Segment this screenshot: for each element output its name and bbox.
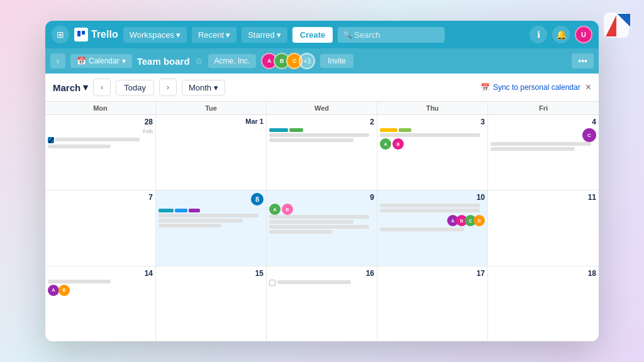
header-mon: Mon: [45, 102, 156, 114]
board-toolbar: ‹ 📅 Calendar ▾ Team board ☆ Acme, Inc. A…: [45, 48, 599, 74]
sidebar-chevron-icon: ‹: [57, 57, 59, 65]
today-label: Today: [124, 83, 146, 92]
app-window: ⊞ Trello Workspaces ▾ Recent ▾: [45, 21, 599, 341]
cell-11[interactable]: 11: [488, 190, 599, 265]
sync-label: Sync to personal calendar: [493, 83, 580, 92]
day-number: 14: [48, 269, 153, 278]
today-button[interactable]: Today: [116, 80, 154, 96]
mini-avatar: A: [269, 204, 280, 215]
day-number: 3: [380, 118, 485, 126]
tag-green: [289, 128, 303, 132]
mini-avatar: A: [380, 138, 391, 150]
prev-month-button[interactable]: ‹: [93, 79, 111, 96]
recent-chevron: ▾: [226, 30, 230, 40]
color-tags: [158, 209, 264, 212]
starred-chevron: ▾: [277, 30, 281, 40]
card-text: [491, 147, 575, 151]
card-text: [380, 204, 480, 207]
more-members-badge[interactable]: +3: [299, 53, 315, 69]
header-fri: Fri: [488, 102, 599, 114]
cell-mar4[interactable]: 4 C: [488, 115, 599, 190]
day-number: 11: [491, 193, 596, 202]
corner-logo: [599, 8, 634, 43]
search-input[interactable]: [338, 27, 445, 43]
calendar-label: Calendar: [89, 57, 119, 65]
sidebar-toggle-button[interactable]: ‹: [50, 53, 65, 69]
logo-text: Trello: [91, 29, 118, 40]
header-tue: Tue: [156, 102, 267, 114]
day-number: 15: [158, 269, 264, 278]
calendar-row-1: 28 Feb ✓ Mar 1: [45, 115, 599, 190]
cell-10[interactable]: 10 A B C D: [377, 190, 488, 265]
month-selector[interactable]: March ▾: [53, 82, 88, 93]
grid-icon: ⊞: [57, 30, 64, 40]
more-icon: •••: [578, 56, 587, 66]
org-button[interactable]: Acme, Inc.: [208, 54, 257, 68]
day-number-today: 8: [251, 193, 264, 206]
header-wed: Wed: [267, 102, 377, 114]
logo-icon: [74, 28, 88, 41]
card-text: [269, 225, 369, 229]
calendar-row-2: 7 8: [45, 190, 599, 266]
cell-mar3[interactable]: 3 A B: [377, 115, 488, 190]
cell-16[interactable]: 16: [267, 266, 377, 341]
invite-button[interactable]: Invite: [320, 54, 353, 68]
cell-7[interactable]: 7: [45, 190, 156, 265]
mini-avatars: A B: [269, 204, 374, 215]
starred-menu[interactable]: Starred ▾: [242, 27, 287, 43]
calendar-view-button[interactable]: 📅 Calendar ▾: [70, 54, 132, 68]
cell-18[interactable]: 18: [488, 266, 599, 341]
month-view-button[interactable]: Month ▾: [182, 80, 225, 96]
calendar-rows: 28 Feb ✓ Mar 1: [45, 115, 599, 341]
cell-feb28[interactable]: 28 Feb ✓: [45, 115, 156, 190]
close-icon: ×: [586, 82, 591, 92]
avatar-row: A B C D: [380, 215, 485, 226]
cell-9[interactable]: 9 A B: [267, 190, 377, 265]
card-text: [269, 133, 369, 137]
card-text: [269, 230, 332, 234]
board-title: Team board: [137, 56, 190, 67]
close-calendar-button[interactable]: ×: [586, 82, 591, 93]
workspaces-label: Workspaces: [130, 30, 174, 40]
month-view-label: Month: [189, 83, 211, 92]
card-text: [269, 220, 353, 224]
mini-avatars: A B: [380, 138, 485, 150]
view-chevron-icon: ▾: [214, 83, 218, 92]
starred-label: Starred: [248, 30, 275, 40]
create-button[interactable]: Create: [292, 27, 333, 43]
grid-menu-button[interactable]: ⊞: [52, 26, 69, 43]
checkbox-empty: [269, 280, 275, 286]
card-text: [380, 133, 480, 137]
day-number: 4: [491, 118, 596, 126]
calendar-controls: March ▾ ‹ Today › Month ▾ 📅 S: [45, 74, 599, 102]
cell-mar2[interactable]: 2: [267, 115, 377, 190]
calendar-area: March ▾ ‹ Today › Month ▾ 📅 S: [45, 74, 599, 341]
tag-lime: [399, 128, 411, 132]
month-label: March: [53, 82, 80, 93]
cell-15[interactable]: 15: [156, 266, 267, 341]
cell-content: ✓: [48, 137, 153, 148]
card-text: [380, 209, 480, 212]
day-number: 16: [269, 269, 374, 278]
cell-mar1[interactable]: Mar 1: [156, 115, 267, 190]
card-text: [158, 224, 221, 228]
cell-8[interactable]: 8: [156, 190, 267, 265]
tag-yellow: [380, 128, 397, 132]
day-label: Feb: [48, 128, 153, 134]
notifications-button[interactable]: 🔔: [552, 26, 570, 43]
day-number: 7: [48, 193, 153, 202]
next-arrow-icon: ›: [167, 83, 169, 92]
star-board-button[interactable]: ☆: [195, 56, 203, 66]
workspaces-menu[interactable]: Workspaces ▾: [123, 27, 187, 43]
cell-14[interactable]: 14 A B: [45, 266, 156, 341]
month-chevron-icon: ▾: [83, 82, 88, 93]
sync-calendar-button[interactable]: 📅 Sync to personal calendar: [480, 83, 580, 92]
tag-teal: [158, 209, 174, 212]
next-month-button[interactable]: ›: [159, 79, 177, 96]
more-options-button[interactable]: •••: [572, 53, 594, 69]
recent-menu[interactable]: Recent ▾: [192, 27, 236, 43]
invite-label: Invite: [328, 57, 346, 65]
cell-17[interactable]: 17: [377, 266, 488, 341]
user-avatar[interactable]: U: [575, 26, 592, 43]
info-button[interactable]: ℹ: [530, 26, 547, 43]
